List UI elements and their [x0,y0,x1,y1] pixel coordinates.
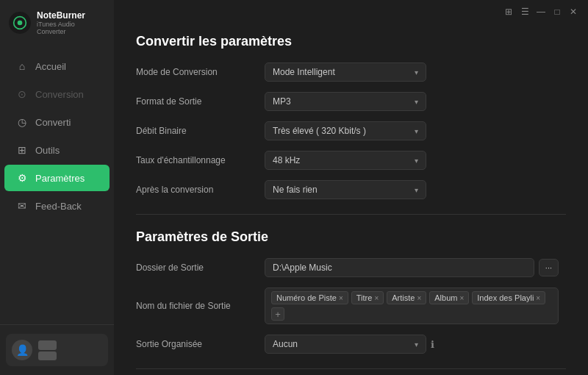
conversion-select-4[interactable]: Ne fais rien ▾ [265,180,426,199]
tags-container: Numéro de Piste × Titre × Artiste × Albu… [265,288,559,324]
sortie-info-icon[interactable]: ℹ [431,339,434,350]
user-name [38,340,57,350]
conversion-control-4: Ne fais rien ▾ [265,180,426,199]
folder-row: Dossier de Sortie ··· [136,258,566,277]
conversion-control-1: MP3 ▾ [265,92,426,111]
conversion-label-2: Débit Binaire [136,126,265,136]
sortie-label: Sortie Organisée [136,339,265,349]
tag-album[interactable]: Album × [429,291,469,304]
maximize-button[interactable]: □ [551,6,563,18]
conversion-control-0: Mode Intelligent ▾ [265,63,426,82]
conversion-select-2[interactable]: Très élevé ( 320 Kbit/s ) ▾ [265,121,426,140]
conversion-section-title: Convertir les paramètres [136,34,566,49]
tag-artist[interactable]: Artiste × [387,291,426,304]
tag-album-close[interactable]: × [459,294,464,302]
sidebar-item-outils[interactable]: ⊞ Outils [4,137,110,163]
feedback-label: Feed-Back [35,201,82,212]
conversion-label-3: Taux d'échantillonnage [136,155,265,165]
sidebar-item-accueil[interactable]: ⌂ Accueil [4,53,110,79]
section-divider-1 [136,214,566,215]
conversion-rows: Mode de Conversion Mode Intelligent ▾ Fo… [136,63,566,199]
conversion-select-3[interactable]: 48 kHz ▾ [265,151,426,170]
main: ⊞ ☰ — □ ✕ Convertir les paramètres Mode … [114,0,588,375]
conversion-label: Conversion [35,89,84,100]
sortie-control: Aucun ▾ [265,335,426,354]
filename-label: Nom du fichier de Sortie [136,301,265,311]
app-title: NoteBurner [37,10,105,21]
svg-point-1 [18,21,23,26]
user-info [38,340,57,360]
chevron-down-icon: ▾ [415,157,418,165]
outils-label: Outils [35,145,60,156]
tag-title-close[interactable]: × [374,294,379,302]
converti-icon: ◷ [16,116,28,128]
app-subtitle: iTunes Audio Converter [37,21,105,35]
user-profile[interactable]: 👤 [6,334,108,366]
sortie-chevron-icon: ▾ [415,340,418,349]
conversion-value-0: Mode Intelligent [273,67,335,77]
conversion-value-4: Ne fais rien [273,185,318,195]
conversion-value-1: MP3 [273,96,291,107]
conversion-control-3: 48 kHz ▾ [265,151,426,170]
conversion-label-0: Mode de Conversion [136,67,265,77]
conversion-select-0[interactable]: Mode Intelligent ▾ [265,63,426,82]
filename-row: Nom du fichier de Sortie Numéro de Piste… [136,288,566,324]
sidebar: NoteBurner iTunes Audio Converter ⌂ Accu… [0,0,114,375]
sidebar-item-feedback[interactable]: ✉ Feed-Back [4,193,110,219]
conversion-row-1: Format de Sortie MP3 ▾ [136,92,566,111]
chevron-down-icon: ▾ [415,98,418,106]
nav-items: ⌂ Accueil⊙ Conversion◷ Converti⊞ Outils⚙… [0,46,114,324]
converti-label: Converti [35,117,71,128]
conversion-label-4: Après la conversion [136,185,265,195]
tag-add-button[interactable]: + [271,307,284,321]
tag-index-close[interactable]: × [536,294,540,302]
folder-browse-button[interactable]: ··· [539,259,559,276]
chevron-down-icon: ▾ [415,127,418,135]
sortie-select[interactable]: Aucun ▾ [265,335,426,354]
conversion-label-1: Format de Sortie [136,96,265,107]
tag-index[interactable]: Index des Playli × [472,291,545,304]
menu-icon[interactable]: ☰ [519,6,531,18]
folder-input[interactable] [265,258,534,277]
conversion-row-4: Après la conversion Ne fais rien ▾ [136,180,566,199]
chevron-down-icon: ▾ [415,68,418,76]
grid-icon[interactable]: ⊞ [503,6,514,18]
sidebar-item-converti[interactable]: ◷ Converti [4,109,110,135]
feedback-icon: ✉ [16,200,28,212]
section-divider-2 [136,368,566,369]
accueil-icon: ⌂ [16,60,28,72]
accueil-label: Accueil [35,61,66,72]
logo-icon [9,12,31,34]
sortie-value: Aucun [273,339,298,349]
conversion-row-2: Débit Binaire Très élevé ( 320 Kbit/s ) … [136,121,566,140]
parametres-icon: ⚙ [16,172,28,184]
output-section-title: Paramètres de Sortie [136,229,566,245]
conversion-value-2: Très élevé ( 320 Kbit/s ) [273,126,366,136]
content-area: Convertir les paramètres Mode de Convers… [114,24,588,375]
app-logo: NoteBurner iTunes Audio Converter [0,0,114,46]
tag-track[interactable]: Numéro de Piste × [271,291,348,304]
chevron-down-icon: ▾ [415,186,418,194]
sortie-row: Sortie Organisée Aucun ▾ ℹ [136,335,566,354]
tag-artist-close[interactable]: × [417,294,421,302]
outils-icon: ⊞ [16,144,28,156]
close-button[interactable]: ✕ [567,6,579,18]
conversion-control-2: Très élevé ( 320 Kbit/s ) ▾ [265,121,426,140]
folder-label: Dossier de Sortie [136,262,265,273]
conversion-row-3: Taux d'échantillonnage 48 kHz ▾ [136,151,566,170]
tag-title[interactable]: Titre × [351,291,384,304]
conversion-select-1[interactable]: MP3 ▾ [265,92,426,111]
sidebar-item-parametres[interactable]: ⚙ Paramètres [4,165,110,191]
titlebar: ⊞ ☰ — □ ✕ [114,0,588,24]
sidebar-item-conversion: ⊙ Conversion [4,81,110,107]
sidebar-footer: 👤 [0,324,114,375]
logo-text: NoteBurner iTunes Audio Converter [37,10,105,35]
minimize-button[interactable]: — [535,6,547,18]
folder-input-container: ··· [265,258,559,277]
conversion-row-0: Mode de Conversion Mode Intelligent ▾ [136,63,566,82]
conversion-value-3: 48 kHz [273,155,300,165]
conversion-icon: ⊙ [16,88,28,100]
user-avatar: 👤 [12,340,32,360]
tag-track-close[interactable]: × [339,294,343,302]
parametres-label: Paramètres [35,173,85,184]
